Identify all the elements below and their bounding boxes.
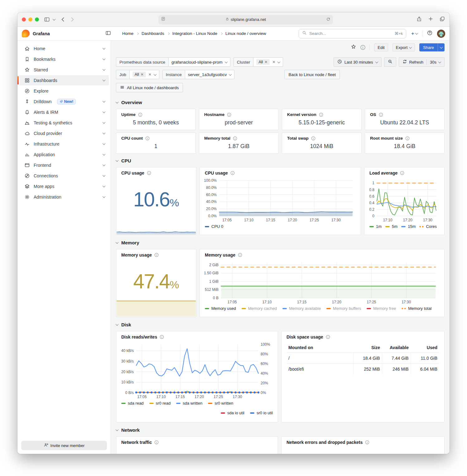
cpu-usage-legend[interactable]: CPU 0 [200,223,361,229]
breadcrumb-item-linux-node-overview[interactable]: Linux node / overview [225,31,266,36]
info-icon[interactable] [145,136,150,141]
job-value-chip[interactable]: All✕ [132,72,146,77]
reload-icon[interactable] [326,17,330,22]
section-overview[interactable]: Overview [116,100,445,105]
search-input[interactable]: Search... ⌘+k [299,29,406,38]
legend-item-memory-cached[interactable]: Memory cached [242,306,277,311]
legend-item-sr0-written[interactable]: sr0 written [208,401,233,406]
zoom-window-button[interactable] [35,17,39,22]
info-icon[interactable] [365,440,369,445]
legend-item-sr0-read[interactable]: sr0 read [149,401,171,406]
info-icon[interactable] [326,335,330,339]
share-page-icon[interactable] [416,16,422,23]
info-icon[interactable] [227,113,231,117]
share-button[interactable]: Share [419,43,438,51]
sidebar-item-connections[interactable]: Connections [19,171,109,181]
legend-item-sda-written[interactable]: sda written [176,401,202,406]
info-icon[interactable] [400,171,404,175]
export-button[interactable]: Export [392,43,415,51]
remove-chip-icon[interactable]: ✕ [141,72,144,77]
datasource-select[interactable]: grafanacloud-sliplane-prom [168,57,230,67]
sidebar-item-testing-synthetics[interactable]: Testing & synthetics [19,118,109,128]
cpu-usage-chart[interactable]: 0.0%20.0%40.0%60.0%80.0%100.0%17:0517:10… [202,178,356,223]
info-icon[interactable] [379,113,383,117]
grafana-logo[interactable] [22,30,30,37]
sidebar-item-starred[interactable]: Starred [19,65,109,75]
section-memory[interactable]: Memory [116,240,445,245]
refresh-interval-select[interactable]: 30s [430,60,441,65]
disk-reads-writes-chart[interactable]: 0 B/s10 kB/s20 kB/s30 kB/s40 kB/s17:0517… [118,342,273,400]
invite-new-member-button[interactable]: Invite new member [21,441,107,450]
legend-item-memory-buffers[interactable]: Memory buffers [326,306,361,311]
memory-usage-chart[interactable]: 0 B512 MiB1 GiB1.50 GiB2 GiB17:0517:1017… [202,260,440,305]
info-icon[interactable] [230,171,235,175]
browser-sidebar-icon[interactable] [44,17,50,22]
sidebar-item-application[interactable]: Application [19,149,109,160]
legend-item-cores[interactable]: Cores [419,224,437,229]
legend-item-memory-total[interactable]: Memory total [402,306,431,311]
info-icon[interactable] [233,136,237,141]
forward-button[interactable] [69,17,75,22]
user-avatar[interactable] [437,30,445,38]
info-icon[interactable] [154,253,159,257]
dashboard-info-icon[interactable] [360,45,366,50]
info-icon[interactable] [238,253,242,257]
share-options-chevron[interactable] [438,43,445,51]
tab-overview-icon[interactable] [439,16,445,23]
zoom-out-time-button[interactable] [384,57,396,67]
clear-icon[interactable]: ✕ [148,72,152,77]
cluster-value-chip[interactable]: All✕ [256,59,270,65]
back-to-fleet-button[interactable]: Back to Linux node / fleet [284,70,340,79]
legend-item-sr0-io-util[interactable]: sr0 io util [250,411,273,415]
disk-rw-legend[interactable]: sda readsr0 readsda writtensr0 written [116,400,278,406]
legend-item-sda-read[interactable]: sda read [121,401,144,406]
sidebar-item-drilldown[interactable]: DrilldownNew! [19,96,109,107]
disk-io-util-legend[interactable]: sda io utilsr0 io util [116,406,278,415]
legend-item-sda-io-util[interactable]: sda io util [221,411,244,415]
info-icon[interactable] [147,171,151,175]
breadcrumb-item-home[interactable]: Home [122,31,133,36]
load-average-chart[interactable]: 00.20.40.60.8117:1017:2017:30 [366,178,440,223]
legend-item-15m[interactable]: 15m [401,224,416,229]
minimize-window-button[interactable] [28,17,32,22]
legend-item-5m[interactable]: 5m [385,224,397,229]
info-icon[interactable] [154,440,159,445]
edit-button[interactable]: Edit [374,43,388,51]
load-average-legend[interactable]: 1m5m15mCores [364,223,444,229]
info-icon[interactable] [405,136,410,141]
time-range-picker[interactable]: Last 30 minutes [334,57,382,67]
sidebar-item-explore[interactable]: Explore [19,86,109,96]
memory-usage-legend[interactable]: Memory usedMemory cachedMemory available… [200,305,444,311]
legend-item-memory-available[interactable]: Memory available [282,306,321,311]
legend-item-1m[interactable]: 1m [369,224,382,229]
instance-select[interactable]: server_1a3ufgsoibcv [185,70,235,79]
star-dashboard-icon[interactable] [351,44,356,51]
info-icon[interactable] [160,335,164,339]
job-select[interactable]: All✕ ✕ [129,70,159,79]
all-dashboards-button[interactable]: All Linux node / dashboards [116,83,183,92]
info-icon[interactable] [138,113,142,117]
legend-item-memory-used[interactable]: Memory used [205,306,236,311]
sidebar-item-home[interactable]: Home [19,43,109,54]
legend-item-memory-free[interactable]: Memory free [367,306,396,311]
sidebar-chevron-icon[interactable] [53,18,55,21]
section-cpu[interactable]: CPU [116,158,445,163]
section-network[interactable]: Network [116,427,445,433]
new-tab-icon[interactable] [428,16,434,23]
section-disk[interactable]: Disk [116,322,445,327]
sidebar-item-cloud-provider[interactable]: Cloud provider [19,128,109,138]
info-icon[interactable] [319,113,323,117]
address-bar[interactable]: sliplane.grafana.net [158,15,333,24]
breadcrumb-item-dashboards[interactable]: Dashboards [142,31,164,36]
sidebar-item-administration[interactable]: Administration [19,192,109,202]
info-icon[interactable] [311,136,315,141]
sidebar-item-more-apps[interactable]: More apps [19,181,109,191]
sidebar-item-bookmarks[interactable]: Bookmarks [19,54,109,64]
clear-icon[interactable]: ✕ [272,60,275,64]
table-row[interactable]: /18.4 GiB7.44 GiB11.0 GiB [286,353,439,364]
remove-chip-icon[interactable]: ✕ [264,60,267,64]
back-button[interactable] [60,17,66,22]
legend-item-cpu-0[interactable]: CPU 0 [205,224,223,229]
sidebar-item-infrastructure[interactable]: Infrastructure [19,139,109,149]
refresh-button[interactable]: Refresh [402,59,424,65]
